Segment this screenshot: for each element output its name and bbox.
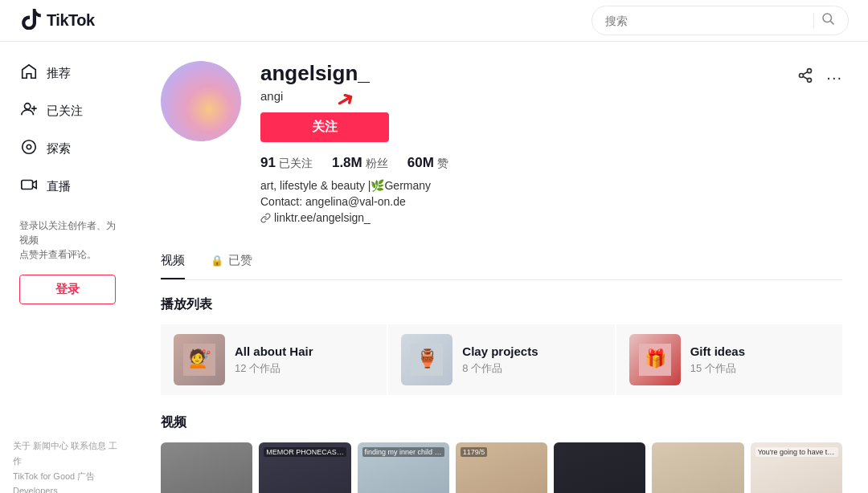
video-tag-v2: MEMOR PHONECASE ♡: [264, 447, 346, 457]
video-thumb-v4: 1179/5 ▶178.2K: [456, 442, 547, 493]
video-card-v1[interactable]: ▶ ▶253.7K Im obsessed #diy ...: [161, 442, 252, 493]
stat-following-num: 91: [260, 155, 276, 171]
sidebar-login-hint: 登录以关注创作者、为视频点赞并查看评论。: [0, 206, 135, 262]
profile-section: angelsign_ angi 关注 91 已关注 1.8M 粉丝 60M 赞: [161, 61, 842, 224]
bio-link-text[interactable]: linktr.ee/angelsign_: [274, 211, 371, 224]
tab-liked-label: 已赞: [228, 253, 252, 268]
stat-likes-label: 赞: [437, 157, 448, 171]
svg-text:💇: 💇: [189, 348, 211, 369]
video-tag-v3: finding my inner child by making cute li…: [362, 447, 445, 457]
follow-button[interactable]: 关注: [260, 112, 389, 142]
sidebar-item-label-live: 直播: [47, 179, 71, 194]
svg-point-0: [823, 14, 832, 22]
sidebar-item-live[interactable]: 直播: [0, 168, 135, 206]
stat-likes-num: 60M: [407, 155, 434, 171]
bio-line2: Contact: angelina@val-on.de: [260, 195, 778, 208]
header: TikTok: [0, 0, 868, 42]
stat-followers-num: 1.8M: [332, 155, 362, 171]
search-divider: [813, 14, 814, 28]
sidebar-item-following[interactable]: 已关注: [0, 92, 135, 130]
share-icon[interactable]: [797, 67, 813, 88]
search-bar: [592, 6, 849, 35]
playlist-name-gift: Gift ideas: [690, 344, 745, 358]
home-icon: [19, 63, 39, 84]
video-card-v5[interactable]: ▼ ▶3.6M THATS THE BEST THIN...: [554, 442, 645, 493]
logo-mark: [19, 7, 42, 35]
playlist-card-gift[interactable]: 🎁 Gift ideas 15 个作品: [616, 324, 842, 395]
playlist-name-clay: Clay projects: [462, 344, 538, 358]
sidebar-item-label-recommend: 推荐: [47, 66, 71, 81]
svg-point-7: [800, 74, 804, 78]
profile-tabs: 视频 🔒 已赞: [161, 243, 842, 280]
search-button[interactable]: [821, 11, 835, 30]
bio-line1: art, lifestyle & beauty |🌿Germany: [260, 179, 778, 192]
video-card-v2[interactable]: MEMOR PHONECASE ♡ ▶70K Your sign to make…: [259, 442, 350, 493]
stat-following-label: 已关注: [279, 157, 313, 171]
playlist-section-title: 播放列表: [161, 296, 842, 313]
profile-info: angelsign_ angi 关注 91 已关注 1.8M 粉丝 60M 赞: [260, 61, 778, 224]
search-input[interactable]: [605, 14, 807, 27]
sidebar-footer: 关于 新闻中心 联系信息 工作 TikTok for Good 广告 Devel…: [0, 429, 135, 493]
explore-icon: [19, 138, 39, 160]
nickname: angi: [260, 89, 778, 103]
following-icon: [19, 100, 39, 122]
svg-line-1: [830, 21, 833, 24]
svg-rect-5: [22, 181, 33, 189]
sidebar-item-explore[interactable]: 探索: [0, 130, 135, 168]
layout: 推荐 已关注 探索 直播 登录以关注创作者、为视频点赞并查看评: [0, 42, 868, 493]
more-options-icon[interactable]: ···: [826, 68, 842, 87]
video-card-v3[interactable]: finding my inner child by making cute li…: [358, 442, 449, 493]
playlist-info-gift: Gift ideas 15 个作品: [690, 344, 745, 376]
svg-point-8: [808, 78, 812, 82]
sidebar-item-label-explore: 探索: [47, 141, 71, 157]
username: angelsign_: [260, 61, 778, 86]
video-card-v7[interactable]: You're going to have the birthday party.…: [751, 442, 842, 493]
playlist-thumb-clay: 🏺: [401, 334, 452, 385]
stat-following: 91 已关注: [260, 155, 313, 171]
lock-icon: 🔒: [211, 255, 223, 267]
playlist-row: 💇 All about Hair 12 个作品 🏺 Clay projects: [161, 324, 842, 395]
svg-point-3: [23, 141, 36, 154]
stats-row: 91 已关注 1.8M 粉丝 60M 赞: [260, 155, 778, 171]
video-thumb-v5: ▶3.6M: [554, 442, 645, 493]
playlist-info-hair: All about Hair 12 个作品: [235, 344, 313, 376]
stat-likes: 60M 赞: [407, 155, 448, 171]
playlist-thumb-hair: 💇: [174, 334, 225, 385]
svg-line-9: [803, 76, 808, 79]
video-tag-v7: You're going to have the birthday party.…: [755, 447, 838, 457]
playlist-info-clay: Clay projects 8 个作品: [462, 344, 538, 376]
profile-actions: ···: [797, 61, 842, 88]
playlist-name-hair: All about Hair: [235, 344, 313, 358]
logo[interactable]: TikTok: [19, 7, 95, 35]
svg-text:🏺: 🏺: [416, 348, 439, 369]
logo-text: TikTok: [47, 11, 95, 30]
playlist-card-clay[interactable]: 🏺 Clay projects 8 个作品: [388, 324, 616, 395]
stat-followers-label: 粉丝: [366, 157, 388, 171]
tab-videos-label: 视频: [161, 253, 185, 268]
tab-videos[interactable]: 视频: [161, 243, 185, 279]
video-thumb-v2: MEMOR PHONECASE ♡ ▶70K: [259, 442, 350, 493]
videos-section-title: 视频: [161, 414, 842, 431]
avatar: [161, 61, 241, 141]
sidebar-item-recommend[interactable]: 推荐: [0, 55, 135, 92]
sidebar: 推荐 已关注 探索 直播 登录以关注创作者、为视频点赞并查看评: [0, 42, 135, 493]
login-button[interactable]: 登录: [19, 275, 116, 304]
video-thumb-v6: ▶120.7K: [652, 442, 743, 493]
video-grid: ▶ ▶253.7K Im obsessed #diy ... MEMOR PHO…: [161, 442, 842, 493]
video-card-v4[interactable]: 1179/5 ▶178.2K Maybe it was not the b...: [456, 442, 547, 493]
video-thumb-v7: You're going to have the birthday party.…: [751, 442, 842, 493]
playlist-card-hair[interactable]: 💇 All about Hair 12 个作品: [161, 324, 388, 395]
video-thumb-v3: finding my inner child by making cute li…: [358, 442, 449, 493]
sidebar-item-label-following: 已关注: [47, 104, 83, 119]
live-icon: [19, 176, 39, 198]
tab-liked[interactable]: 🔒 已赞: [211, 243, 252, 279]
video-tag-v4: 1179/5: [461, 447, 488, 457]
bio-link: linktr.ee/angelsign_: [260, 211, 778, 224]
sidebar-nav: 推荐 已关注 探索 直播: [0, 55, 135, 206]
playlist-count-clay: 8 个作品: [462, 361, 538, 376]
playlist-count-gift: 15 个作品: [690, 361, 745, 376]
video-card-v6[interactable]: ▶120.7K ADI wearing my Delux...: [652, 442, 743, 493]
svg-point-4: [27, 145, 31, 149]
video-thumb-v1: ▶ ▶253.7K: [161, 442, 252, 493]
svg-text:🎁: 🎁: [644, 348, 666, 369]
